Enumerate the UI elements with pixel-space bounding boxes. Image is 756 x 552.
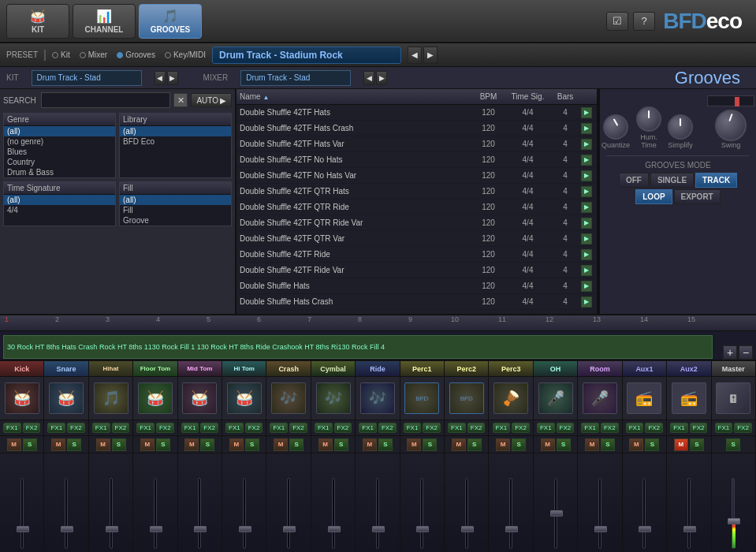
simplify-knob[interactable]: [668, 114, 693, 140]
solo-aux1[interactable]: S: [645, 438, 659, 451]
play-groove-0[interactable]: ▶: [581, 107, 592, 118]
instr-ride[interactable]: 🎶: [356, 377, 400, 420]
fader-thumb-hihat[interactable]: [106, 526, 118, 532]
fill-item-groove[interactable]: Groove: [120, 215, 231, 226]
fx2-perc2[interactable]: FX2: [467, 423, 486, 433]
fx2-cymbal[interactable]: FX2: [334, 423, 352, 433]
groove-row-12[interactable]: Double Shuffle Hats Crash 120 4/4 4 ▶: [236, 294, 597, 310]
groove-row-8[interactable]: Double Shuffle 42TF QTR Var 120 4/4 4 ▶: [236, 231, 597, 247]
preset-next-btn[interactable]: ▶: [423, 47, 438, 64]
solo-master[interactable]: S: [726, 438, 740, 451]
solo-hihat[interactable]: S: [112, 438, 126, 451]
mute-ride[interactable]: M: [363, 438, 377, 451]
play-groove-8[interactable]: ▶: [581, 233, 592, 244]
play-groove-3[interactable]: ▶: [581, 155, 592, 166]
fx2-master[interactable]: FX2: [734, 423, 752, 433]
groove-row-10[interactable]: Double Shuffle 42TF Ride Var 120 4/4 4 ▶: [236, 263, 597, 278]
groove-row-11[interactable]: Double Shuffle Hats 120 4/4 4 ▶: [236, 278, 597, 294]
fader-thumb-cymbal[interactable]: [328, 526, 341, 532]
fx2-snare[interactable]: FX2: [67, 423, 85, 433]
fader-track-room[interactable]: [598, 478, 601, 549]
instr-cymbal[interactable]: 🎶: [311, 377, 356, 420]
fader-thumb-hitom[interactable]: [239, 526, 251, 532]
instr-kick[interactable]: 🥁: [0, 377, 44, 420]
solo-hitom[interactable]: S: [245, 438, 259, 451]
play-groove-10[interactable]: ▶: [581, 265, 592, 276]
instr-snare[interactable]: 🥁: [44, 377, 88, 420]
fader-track-hitom[interactable]: [243, 478, 246, 549]
instr-floortom[interactable]: 🥁: [133, 377, 177, 420]
play-groove-6[interactable]: ▶: [581, 202, 592, 213]
fader-track-crash[interactable]: [287, 478, 290, 549]
solo-oh[interactable]: S: [557, 438, 571, 451]
mute-perc3[interactable]: M: [496, 438, 510, 451]
fx2-midtom[interactable]: FX2: [200, 423, 218, 433]
fx1-cymbal[interactable]: FX1: [315, 423, 333, 433]
timesig-item-all[interactable]: (all): [4, 195, 115, 205]
instr-perc3[interactable]: 🪘: [489, 377, 533, 420]
preset-opt-kit[interactable]: Kit: [52, 50, 70, 59]
ch-header-kick[interactable]: Kick: [0, 361, 44, 376]
ch-header-master[interactable]: Master: [712, 361, 756, 376]
solo-midtom[interactable]: S: [200, 438, 214, 451]
mute-floortom[interactable]: M: [140, 438, 155, 451]
instr-hihat[interactable]: 🎵: [89, 377, 133, 420]
fx1-hitom[interactable]: FX1: [225, 423, 244, 433]
fx1-midtom[interactable]: FX1: [181, 423, 199, 433]
play-groove-11[interactable]: ▶: [581, 281, 592, 292]
mute-perc2[interactable]: M: [452, 438, 466, 451]
fill-item-all[interactable]: (all): [120, 195, 231, 205]
humtime-knob[interactable]: [636, 106, 661, 132]
checkbox-btn[interactable]: ☑: [606, 12, 628, 31]
solo-room[interactable]: S: [601, 438, 615, 451]
solo-perc1[interactable]: S: [423, 438, 437, 451]
fx2-room[interactable]: FX2: [601, 423, 619, 433]
ch-header-floortom[interactable]: Floor Tom: [133, 361, 177, 376]
fader-thumb-kick[interactable]: [17, 526, 29, 532]
fx2-kick[interactable]: FX2: [23, 423, 41, 433]
fader-track-aux1[interactable]: [642, 478, 646, 549]
mute-aux1[interactable]: M: [629, 438, 643, 451]
tab-channel[interactable]: 📊 CHANNEL: [73, 4, 136, 39]
fx1-perc1[interactable]: FX1: [404, 423, 422, 433]
groove-row-3[interactable]: Double Shuffle 42TF No Hats 120 4/4 4 ▶: [236, 152, 597, 168]
fx2-aux1[interactable]: FX2: [645, 423, 663, 433]
fx1-crash[interactable]: FX1: [270, 423, 288, 433]
ch-header-aux1[interactable]: Aux1: [623, 361, 667, 376]
fx2-perc1[interactable]: FX2: [423, 423, 441, 433]
solo-aux2[interactable]: S: [690, 438, 704, 451]
fader-thumb-perc2[interactable]: [461, 526, 474, 532]
mute-aux2[interactable]: M: [674, 438, 688, 451]
fx2-aux2[interactable]: FX2: [690, 423, 708, 433]
solo-cymbal[interactable]: S: [334, 438, 348, 451]
ch-header-snare[interactable]: Snare: [44, 361, 88, 376]
preset-opt-grooves[interactable]: Grooves: [117, 50, 155, 59]
mixer-prev-btn[interactable]: ◀: [363, 71, 374, 85]
fader-track-master[interactable]: [732, 478, 735, 549]
genre-item-all[interactable]: (all): [4, 126, 115, 136]
ch-header-hitom[interactable]: Hi Tom: [222, 361, 266, 376]
auto-btn[interactable]: AUTO ▶: [191, 93, 232, 107]
mute-snare[interactable]: M: [51, 438, 65, 451]
play-groove-9[interactable]: ▶: [581, 249, 592, 260]
fader-thumb-midtom[interactable]: [194, 526, 207, 532]
fx1-aux2[interactable]: FX1: [670, 423, 688, 433]
swing-slider-thumb[interactable]: [735, 97, 739, 106]
fader-thumb-room[interactable]: [594, 526, 607, 532]
fader-track-perc2[interactable]: [465, 478, 468, 549]
groove-row-4[interactable]: Double Shuffle 42TF No Hats Var 120 4/4 …: [236, 168, 597, 184]
fx2-hihat[interactable]: FX2: [112, 423, 130, 433]
col-timesig[interactable]: Time Sig.: [506, 92, 549, 101]
ch-header-crash[interactable]: Crash: [266, 361, 311, 376]
genre-item-drumbass[interactable]: Drum & Bass: [4, 167, 115, 177]
mute-kick[interactable]: M: [7, 438, 21, 451]
fx2-ride[interactable]: FX2: [378, 423, 397, 433]
instr-master[interactable]: 🎚️: [712, 377, 756, 420]
groove-row-1[interactable]: Double Shuffle 42TF Hats Crash 120 4/4 4…: [236, 121, 597, 136]
instr-crash[interactable]: 🎶: [266, 377, 311, 420]
mode-btn-track[interactable]: TRACK: [695, 173, 737, 188]
fx2-oh[interactable]: FX2: [557, 423, 575, 433]
play-groove-12[interactable]: ▶: [581, 297, 592, 308]
fader-track-floortom[interactable]: [154, 478, 157, 549]
fader-thumb-oh[interactable]: [550, 510, 563, 517]
